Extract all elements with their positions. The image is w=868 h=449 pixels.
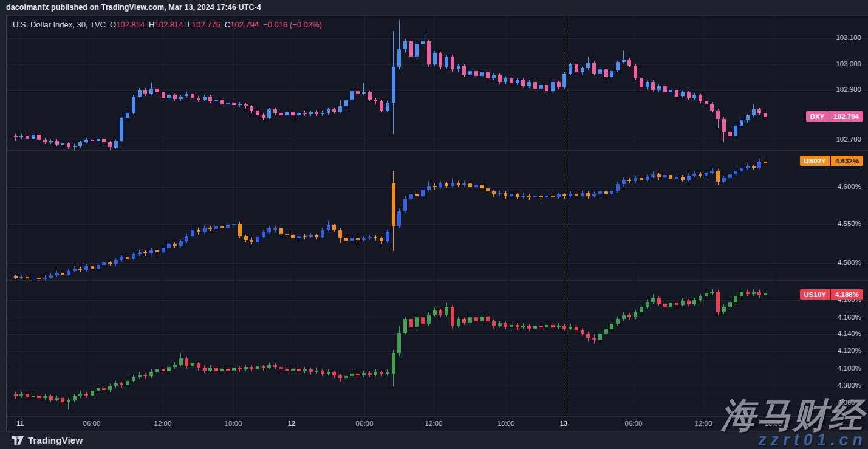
candle-body <box>315 371 318 372</box>
badge-symbol: US10Y <box>800 289 830 300</box>
watermark-url: zzrt01.cn <box>758 432 867 448</box>
candle-body <box>634 312 637 317</box>
badge-last-price: 4.188% <box>831 289 863 300</box>
candle-body <box>191 363 194 366</box>
candle-body <box>539 326 543 327</box>
candle-body <box>433 53 437 64</box>
tradingview-logo-text[interactable]: TradingView <box>28 435 83 445</box>
candle-body <box>19 394 23 396</box>
candle-body <box>78 269 82 270</box>
candle-body <box>392 353 395 374</box>
time-axis-label[interactable]: 12 <box>288 420 296 427</box>
candle-body <box>634 178 637 181</box>
candle-body <box>551 196 555 197</box>
candle-body <box>279 113 283 115</box>
candle-body <box>362 238 366 239</box>
candle-body <box>710 104 714 111</box>
candle-body <box>551 325 555 327</box>
horizontal-gridline <box>7 351 868 352</box>
time-axis-label[interactable]: 06:00 <box>625 420 643 427</box>
candle-body <box>752 292 756 294</box>
candle-body <box>291 112 295 115</box>
candle-body <box>504 193 507 196</box>
candle-body <box>138 375 142 377</box>
candle-body <box>49 141 53 142</box>
candle-body <box>262 115 265 118</box>
candle-body <box>14 394 18 396</box>
candle-body <box>545 325 548 327</box>
price-axis-label: 4.600% <box>838 183 861 190</box>
candle-body <box>162 92 165 97</box>
candle-body <box>480 72 484 76</box>
candle-body <box>510 194 513 196</box>
candle-body <box>510 325 513 327</box>
legend-ohlc-value: 102.814 <box>154 20 183 29</box>
candle-body <box>350 374 354 376</box>
time-axis-label[interactable]: 06:00 <box>356 420 374 427</box>
candle-body <box>37 278 41 279</box>
candle-body <box>545 196 548 198</box>
candle-body <box>232 103 236 105</box>
chart-area[interactable]: U.S. Dollar Index, 30, TVCO102.814H102.8… <box>6 15 868 432</box>
candle-body <box>303 236 307 238</box>
candle-body <box>374 237 377 238</box>
candle-body <box>764 113 767 117</box>
horizontal-gridline <box>7 318 868 318</box>
candle-body <box>392 67 395 103</box>
candle-body <box>575 64 578 72</box>
candle-body <box>764 162 767 163</box>
legend-ohlc-value: 102.814 <box>116 20 145 29</box>
candle-body <box>138 252 142 255</box>
candle-body <box>581 193 584 196</box>
candle-body <box>757 292 761 295</box>
candle-body <box>350 238 354 241</box>
candle-body <box>356 91 360 94</box>
candle-body <box>226 103 230 104</box>
time-axis-label[interactable]: 18:00 <box>225 420 242 427</box>
time-axis-label[interactable]: 18:00 <box>497 420 515 427</box>
badge-symbol: DXY <box>806 111 829 122</box>
time-axis-label[interactable]: 12:00 <box>695 420 713 427</box>
time-axis-label[interactable]: 11 <box>16 420 24 427</box>
candle-body <box>445 307 448 315</box>
time-axis-label[interactable]: 12:00 <box>154 420 172 427</box>
candle-body <box>332 109 336 112</box>
candle-body <box>43 278 47 279</box>
candle-body <box>32 396 35 397</box>
candle-body <box>315 235 318 236</box>
candle-body <box>716 171 720 182</box>
candle-body <box>663 304 667 307</box>
candle-body <box>669 303 672 307</box>
candle-body <box>663 175 667 177</box>
candle-body <box>604 69 608 77</box>
candle-body <box>504 323 507 327</box>
candle-body <box>445 183 448 186</box>
price-badge-us02y: US02Y4.632% <box>800 156 863 166</box>
candle-body <box>173 244 177 246</box>
horizontal-gridline <box>7 140 868 140</box>
candle-body <box>250 106 253 110</box>
symbol-legend: U.S. Dollar Index, 30, TVCO102.814H102.8… <box>13 20 322 29</box>
time-axis-label[interactable]: 06:00 <box>83 420 101 427</box>
candle-body <box>710 292 714 293</box>
candle-body <box>403 41 407 49</box>
time-axis-label[interactable]: 13 <box>560 420 568 427</box>
candle-body <box>415 194 419 196</box>
candle-body <box>710 171 714 173</box>
candle-body <box>409 194 413 198</box>
time-axis-label[interactable]: 12:00 <box>425 420 443 427</box>
candle-body <box>592 194 596 196</box>
price-axis-label: 4.140% <box>838 330 861 337</box>
candle-body <box>108 142 112 147</box>
tradingview-logo-icon[interactable] <box>12 436 24 445</box>
candle-body <box>728 174 732 178</box>
candle-body <box>451 57 454 69</box>
price-axis-label: 4.500% <box>838 259 861 266</box>
horizontal-gridline <box>7 369 868 369</box>
candle-body <box>256 111 259 115</box>
candle-body <box>752 166 756 167</box>
candle-body <box>634 66 637 78</box>
candle-body <box>433 310 437 315</box>
candle-body <box>575 327 578 331</box>
candle-body <box>687 301 691 304</box>
